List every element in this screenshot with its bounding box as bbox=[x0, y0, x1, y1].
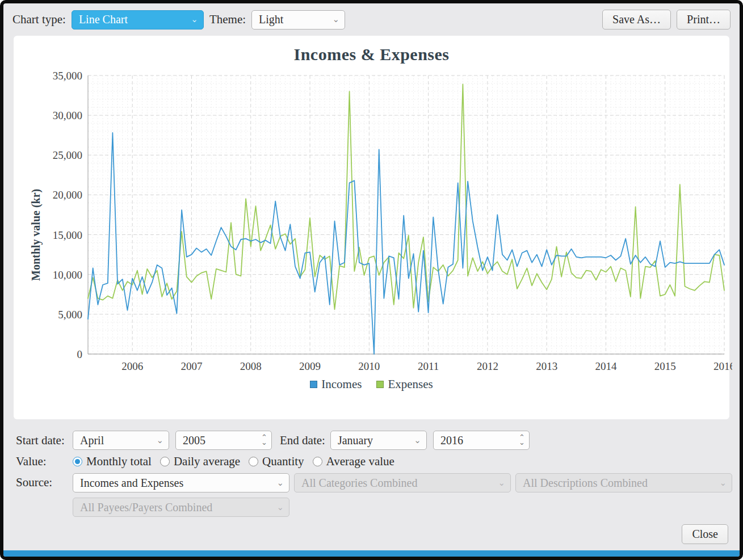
end-date-label: End date: bbox=[280, 433, 325, 448]
chart-title: Incomes & Expenses bbox=[14, 45, 729, 64]
svg-text:2007: 2007 bbox=[180, 360, 202, 372]
svg-text:2016: 2016 bbox=[713, 360, 732, 372]
end-year-value: 2016 bbox=[440, 434, 463, 447]
svg-text:35,000: 35,000 bbox=[53, 70, 82, 82]
svg-text:2008: 2008 bbox=[240, 360, 262, 372]
radio-button-icon bbox=[73, 457, 82, 466]
legend-label-expenses: Expenses bbox=[388, 377, 433, 391]
chevron-down-icon: ⌄ bbox=[414, 436, 421, 445]
chart-canvas: 05,00010,00015,00020,00025,00030,00035,0… bbox=[28, 68, 729, 376]
source-payees-value: All Payees/Payers Combined bbox=[80, 501, 212, 514]
chart-panel: Incomes & Expenses Monthly value (kr) 05… bbox=[14, 36, 729, 419]
end-month-select[interactable]: January ⌄ bbox=[330, 431, 427, 450]
chevron-down-icon: ⌄ bbox=[156, 436, 163, 445]
radio-average-value[interactable]: Average value bbox=[313, 454, 394, 469]
svg-text:25,000: 25,000 bbox=[53, 149, 82, 161]
theme-value: Light bbox=[259, 13, 283, 26]
svg-text:2015: 2015 bbox=[654, 360, 676, 372]
source-row: Source: Incomes and Expenses ⌄ All Categ… bbox=[16, 473, 727, 517]
svg-text:15,000: 15,000 bbox=[53, 229, 82, 241]
chart-type-select[interactable]: Line Chart ⌄ bbox=[72, 10, 204, 30]
chevron-down-icon: ⌄ bbox=[276, 503, 284, 512]
source-payees-select: All Payees/Payers Combined ⌄ bbox=[73, 498, 289, 517]
svg-text:2014: 2014 bbox=[595, 360, 617, 372]
report-chart-dialog: Chart type: Line Chart ⌄ Theme: Light ⌄ … bbox=[0, 0, 743, 560]
start-month-select[interactable]: April ⌄ bbox=[73, 431, 169, 450]
legend-item-expenses: Expenses bbox=[376, 377, 433, 391]
end-month-value: January bbox=[338, 434, 373, 447]
line-chart: 05,00010,00015,00020,00025,00030,00035,0… bbox=[28, 68, 732, 374]
radio-button-icon bbox=[249, 457, 258, 466]
chart-type-label: Chart type: bbox=[12, 12, 66, 27]
value-row: Value: Monthly total Daily average Quant… bbox=[16, 454, 727, 469]
source-categories-select: All Categories Combined ⌄ bbox=[294, 473, 511, 492]
legend-item-incomes: Incomes bbox=[310, 377, 362, 391]
radio-monthly-total[interactable]: Monthly total bbox=[73, 454, 152, 469]
chevron-down-icon: ⌄ bbox=[719, 479, 727, 487]
chart-legend: Incomes Expenses bbox=[14, 377, 729, 391]
start-year-spinner[interactable]: 2005 ⌃ ⌄ bbox=[175, 431, 272, 450]
legend-label-incomes: Incomes bbox=[321, 377, 362, 391]
window-bottom-accent bbox=[3, 550, 740, 557]
chevron-down-icon: ⌄ bbox=[276, 479, 284, 487]
svg-text:20,000: 20,000 bbox=[53, 189, 82, 201]
radio-quantity[interactable]: Quantity bbox=[249, 454, 304, 469]
source-descriptions-select: All Descriptions Combined ⌄ bbox=[515, 473, 732, 492]
svg-text:5,000: 5,000 bbox=[58, 309, 82, 321]
date-range-row: Start date: April ⌄ 2005 ⌃ ⌄ End date: J… bbox=[16, 431, 727, 450]
source-type-value: Incomes and Expenses bbox=[80, 477, 183, 490]
svg-text:2011: 2011 bbox=[418, 360, 439, 372]
start-date-label: Start date: bbox=[16, 433, 73, 448]
close-button[interactable]: Close bbox=[682, 524, 728, 544]
source-descriptions-value: All Descriptions Combined bbox=[523, 477, 648, 490]
report-controls: Start date: April ⌄ 2005 ⌃ ⌄ End date: J… bbox=[3, 419, 740, 517]
svg-text:2012: 2012 bbox=[477, 360, 498, 372]
radio-label: Average value bbox=[326, 454, 394, 469]
print-button[interactable]: Print… bbox=[677, 10, 731, 30]
svg-text:2010: 2010 bbox=[358, 360, 380, 372]
source-type-select[interactable]: Incomes and Expenses ⌄ bbox=[73, 473, 289, 492]
theme-label: Theme: bbox=[209, 12, 246, 27]
radio-button-icon bbox=[313, 457, 322, 466]
chevron-down-icon: ⌄ bbox=[498, 479, 505, 487]
svg-text:2013: 2013 bbox=[536, 360, 557, 372]
chevron-down-icon: ⌄ bbox=[332, 15, 339, 24]
toolbar: Chart type: Line Chart ⌄ Theme: Light ⌄ … bbox=[3, 3, 740, 35]
theme-select[interactable]: Light ⌄ bbox=[251, 10, 345, 30]
source-categories-value: All Categories Combined bbox=[301, 477, 417, 490]
spin-down-icon[interactable]: ⌄ bbox=[261, 440, 267, 445]
svg-text:30,000: 30,000 bbox=[53, 110, 82, 121]
radio-daily-average[interactable]: Daily average bbox=[160, 454, 240, 469]
start-year-value: 2005 bbox=[183, 434, 205, 447]
incomes-swatch-icon bbox=[310, 381, 317, 388]
svg-text:2009: 2009 bbox=[299, 360, 321, 372]
source-label: Source: bbox=[16, 473, 73, 490]
radio-label: Monthly total bbox=[86, 454, 152, 469]
expenses-swatch-icon bbox=[376, 381, 384, 388]
svg-text:10,000: 10,000 bbox=[53, 269, 82, 281]
svg-text:0: 0 bbox=[77, 348, 83, 360]
start-month-value: April bbox=[80, 434, 104, 447]
y-axis-label: Monthly value (kr) bbox=[30, 189, 43, 281]
radio-label: Quantity bbox=[262, 454, 304, 469]
chart-type-value: Line Chart bbox=[79, 13, 128, 26]
chevron-down-icon: ⌄ bbox=[191, 15, 198, 24]
value-label: Value: bbox=[16, 454, 73, 469]
spin-down-icon[interactable]: ⌄ bbox=[519, 440, 525, 445]
end-year-spinner[interactable]: 2016 ⌃ ⌄ bbox=[433, 431, 530, 450]
spinner-arrows[interactable]: ⌃ ⌄ bbox=[261, 435, 267, 445]
spinner-arrows[interactable]: ⌃ ⌄ bbox=[519, 435, 525, 445]
radio-label: Daily average bbox=[174, 454, 240, 469]
svg-text:2006: 2006 bbox=[121, 360, 143, 372]
save-as-button[interactable]: Save As… bbox=[602, 10, 671, 30]
radio-button-icon bbox=[160, 457, 170, 466]
